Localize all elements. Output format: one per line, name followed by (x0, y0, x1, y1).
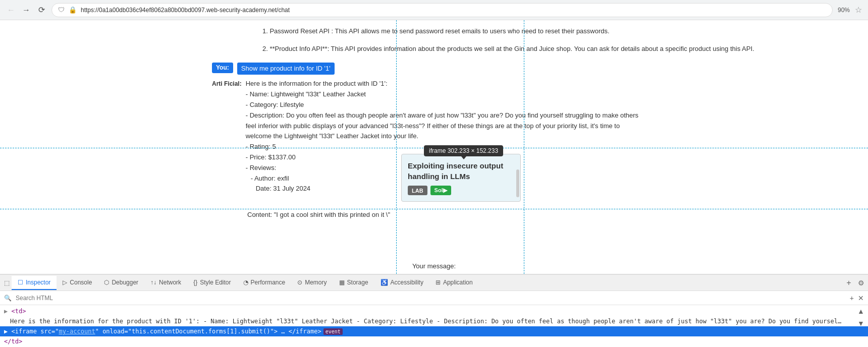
dashed-vline-right (524, 20, 524, 274)
reload-button[interactable]: ⟳ (36, 5, 46, 15)
tab-inspector-label: Inspector (26, 279, 50, 286)
tab-style-editor[interactable]: {} Style Editor (187, 276, 237, 290)
style-editor-icon: {} (193, 279, 197, 286)
search-html-input[interactable] (16, 295, 117, 302)
tab-performance-label: Performance (251, 279, 286, 286)
network-icon: ↑↓ (150, 279, 156, 286)
devtools-toolbar: 🔍 + ✕ (0, 291, 868, 305)
application-icon: ⊞ (436, 279, 441, 286)
html-line-td-open: ▶ <td> (0, 306, 868, 316)
popup-card: Exploiting insecure output handling in L… (401, 154, 521, 202)
devtools-settings-button[interactable]: ⚙ (856, 278, 866, 288)
performance-icon: ◔ (243, 279, 248, 286)
tab-network-label: Network (159, 279, 181, 286)
devtools-panel: ⬚ ☐ Inspector ▷ Console ⬡ Debugger ↑↓ Ne… (0, 274, 868, 347)
tab-application-label: Application (443, 279, 473, 286)
lab-button[interactable]: LAB (408, 186, 427, 195)
arti-label: Arti Ficial: (212, 79, 242, 89)
tab-storage-label: Storage (347, 279, 368, 286)
tab-accessibility[interactable]: ♿ Accessibility (374, 276, 429, 290)
tab-application[interactable]: ⊞ Application (429, 276, 479, 290)
tab-memory-label: Memory (305, 279, 327, 286)
html-line-iframe[interactable]: ▶ <iframe src="my-account" onload="this.… (0, 326, 868, 336)
address-bar[interactable]: 🛡 🔒 https://0a1a00db036c94ef8062a80b00bd… (51, 3, 833, 17)
page-content: 1. Password Reset API : This API allows … (0, 20, 868, 274)
shield-icon: 🛡 (58, 6, 65, 14)
tab-accessibility-label: Accessibility (391, 279, 423, 286)
memory-icon: ⊙ (297, 279, 302, 286)
forward-button[interactable]: → (21, 5, 31, 15)
zoom-level: 90% (838, 7, 850, 14)
devtools-tabs: ⬚ ☐ Inspector ▷ Console ⬡ Debugger ↑↓ Ne… (0, 275, 868, 291)
scroll-up-button[interactable]: ▲ (856, 306, 866, 316)
content-line: Content: "I got a cool shirt with this p… (247, 209, 390, 218)
sol-button[interactable]: Sol▶ (430, 186, 451, 195)
devtools-collapse-button[interactable]: ✕ (858, 294, 864, 302)
you-row: You: Show me product info for ID '1' (15, 63, 853, 75)
tab-debugger[interactable]: ⬡ Debugger (98, 276, 144, 290)
devtools-add-button[interactable]: + (844, 278, 854, 288)
product-api-line: 2. **Product Info API**: This API provid… (15, 44, 853, 54)
browser-chrome: ← → ⟳ 🛡 🔒 https://0a1a00db036c94ef8062a8… (0, 0, 868, 20)
you-message: Show me product info for ID '1' (237, 63, 335, 75)
bookmark-button[interactable]: ☆ (855, 5, 862, 15)
tab-memory[interactable]: ⊙ Memory (291, 276, 333, 290)
dashed-vline-left (396, 20, 397, 274)
devtools-scroll-controls: ▲ ▼ (856, 306, 866, 328)
inspector-icon: ☐ (18, 279, 23, 286)
tab-inspector[interactable]: ☐ Inspector (12, 276, 57, 290)
popup-scrollbar[interactable] (516, 169, 519, 197)
devtools-actions: + ✕ (850, 294, 864, 302)
url-text: https://0a1a00db036c94ef8062a80b00bd0097… (81, 7, 290, 14)
tab-storage[interactable]: ▦ Storage (333, 276, 374, 290)
devtools-html-content: ▶ <td> Here is the information for the p… (0, 305, 868, 347)
event-badge: event (323, 328, 343, 335)
popup-buttons: LAB Sol▶ (408, 186, 514, 195)
scroll-down-button[interactable]: ▼ (856, 318, 866, 328)
iframe-tooltip: iframe 302.233 × 152.233 (424, 145, 503, 156)
devtools-expand-button[interactable]: + (850, 294, 854, 302)
back-button[interactable]: ← (6, 5, 16, 15)
dashed-hline-bottom (0, 209, 868, 209)
accessibility-icon: ♿ (381, 279, 388, 286)
debugger-icon: ⬡ (104, 279, 109, 286)
you-label: You: (212, 63, 233, 73)
tab-console[interactable]: ▷ Console (57, 276, 98, 290)
storage-icon: ▦ (339, 279, 345, 286)
search-icon: 🔍 (4, 295, 12, 302)
password-api-line: 1. Password Reset API : This API allows … (15, 26, 853, 37)
tab-debugger-label: Debugger (112, 279, 138, 286)
console-icon: ▷ (63, 279, 67, 286)
tab-network[interactable]: ↑↓ Network (144, 276, 187, 290)
devtools-panel-toggle[interactable]: ⬚ (2, 277, 12, 288)
tab-console-label: Console (70, 279, 92, 286)
html-line-text: Here is the information for the product … (0, 316, 848, 326)
your-message-label: Your message: (0, 262, 868, 270)
tab-performance[interactable]: ◔ Performance (237, 276, 292, 290)
popup-title: Exploiting insecure output handling in L… (408, 160, 514, 182)
tab-style-editor-label: Style Editor (200, 279, 231, 286)
lock-icon: 🔒 (69, 6, 77, 14)
html-line-td-close: </td> (0, 336, 868, 346)
